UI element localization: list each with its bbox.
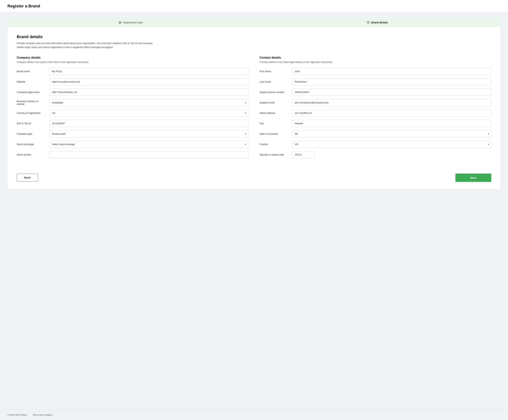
support-email-row: Support email <box>260 99 491 106</box>
company-type-select-wrapper: Private profit Public Non-profit ▼ <box>50 130 248 137</box>
step-brand-details[interactable]: Brand details <box>254 18 501 27</box>
country-registration-label: Country of registration <box>17 112 46 114</box>
form-actions: Back Next <box>17 169 491 182</box>
last-name-row: Last name <box>260 78 491 85</box>
company-type-label: Company type <box>17 132 46 135</box>
country-row: Country US CA ▼ <box>260 141 491 148</box>
brand-name-label: Brand name <box>17 70 46 73</box>
business-industry-select[interactable]: Hospitality Technology Healthcare <box>50 99 248 106</box>
page-header: Register a Brand <box>0 0 508 13</box>
ein-tax-id-label: EIN or Tax ID <box>17 122 46 125</box>
zipcode-input[interactable] <box>292 151 315 158</box>
page-footer: © 2018-2022 Wavix Terms and condition <box>0 410 508 420</box>
company-type-row: Company type Private profit Public Non-p… <box>17 130 248 137</box>
street-address-label: Street address <box>260 112 289 114</box>
stock-exchange-row: Stock exchange Select stock exhange NYSE… <box>17 141 248 148</box>
city-row: City <box>260 120 491 127</box>
website-label: Website <box>17 80 46 83</box>
step-registration-type[interactable]: Registration type <box>7 18 254 27</box>
contact-details-title: Contact details <box>260 56 491 59</box>
country-registration-select-wrapper: US CA ▼ <box>50 110 248 117</box>
contact-details-subtitle: Provided address must match legal addres… <box>260 61 491 63</box>
stock-exchange-select-wrapper: Select stock exhange NYSE NASDAQ ▼ <box>50 141 248 148</box>
support-email-input[interactable] <box>292 99 491 106</box>
state-province-label: State or province <box>260 132 289 135</box>
company-type-select[interactable]: Private profit Public Non-profit <box>50 130 248 137</box>
company-legal-name-row: Company legal name <box>17 89 248 96</box>
first-name-label: First name <box>260 70 289 73</box>
page-title: Register a Brand <box>7 4 501 8</box>
copyright-text: © 2018-2022 Wavix <box>7 414 27 416</box>
step1-label: Registration type <box>123 21 143 24</box>
website-input[interactable] <box>50 78 248 85</box>
brand-name-input[interactable] <box>50 68 248 75</box>
contact-details-column: Contact details Provided address must ma… <box>260 56 491 162</box>
stock-symbol-row: Stock symbol <box>17 151 248 158</box>
company-legal-name-input[interactable] <box>50 89 248 96</box>
ein-tax-id-row: EIN or Tax ID <box>17 120 248 127</box>
first-name-input[interactable] <box>292 68 491 75</box>
stock-symbol-label: Stock symbol <box>17 153 46 156</box>
state-province-row: State or province DE NY CA ▼ <box>260 130 491 137</box>
company-legal-name-label: Company legal name <box>17 91 46 94</box>
state-province-select-wrapper: DE NY CA ▼ <box>292 130 491 137</box>
list-icon <box>367 21 370 24</box>
support-email-label: Support email <box>260 101 289 104</box>
city-label: City <box>260 122 289 125</box>
ein-tax-id-input[interactable] <box>50 120 248 127</box>
stepper: Registration type Brand details <box>7 18 501 27</box>
svg-point-4 <box>120 22 121 23</box>
last-name-input[interactable] <box>292 78 491 85</box>
terms-link[interactable]: Terms and condition <box>33 414 52 416</box>
brand-name-row: Brand name <box>17 68 248 75</box>
business-industry-row: Business industry or vertical Hospitalit… <box>17 99 248 106</box>
back-button[interactable]: Back <box>17 174 38 181</box>
support-phone-input[interactable] <box>292 89 491 96</box>
svg-point-5 <box>119 23 120 24</box>
zipcode-label: Zipcode or postal code <box>260 153 289 156</box>
form-columns: Company details Company details must exa… <box>17 56 491 162</box>
stock-symbol-input[interactable] <box>50 151 248 158</box>
first-name-row: First name <box>260 68 491 75</box>
business-industry-select-wrapper: Hospitality Technology Healthcare ▼ <box>50 99 248 106</box>
sliders-icon <box>119 21 122 24</box>
step2-label: Brand details <box>371 21 388 24</box>
country-registration-row: Country of registration US CA ▼ <box>17 110 248 117</box>
main-content: Registration type Brand details Brand de… <box>0 13 508 410</box>
form-section-title: Brand details <box>17 34 491 39</box>
state-province-select[interactable]: DE NY CA <box>292 130 491 137</box>
form-description: Provide complete and accurate informatio… <box>17 41 158 49</box>
support-phone-label: Support phone number <box>260 91 289 94</box>
zipcode-row: Zipcode or postal code <box>260 151 491 158</box>
city-input[interactable] <box>292 120 491 127</box>
company-details-subtitle: Company details must exactly match those… <box>17 61 248 63</box>
country-select-wrapper: US CA ▼ <box>292 141 491 148</box>
support-phone-row: Support phone number <box>260 89 491 96</box>
business-industry-label: Business industry or vertical <box>17 100 46 105</box>
street-address-input[interactable] <box>292 110 491 117</box>
company-details-title: Company details <box>17 56 248 59</box>
stock-exchange-label: Stock exchange <box>17 143 46 146</box>
street-address-row: Street address <box>260 110 491 117</box>
form-card: Brand details Provide complete and accur… <box>7 27 501 189</box>
stock-exchange-select[interactable]: Select stock exhange NYSE NASDAQ <box>50 141 248 148</box>
svg-point-3 <box>119 21 120 22</box>
website-row: Website <box>17 78 248 85</box>
country-label: Country <box>260 143 289 146</box>
country-select[interactable]: US CA <box>292 141 491 148</box>
company-details-column: Company details Company details must exa… <box>17 56 248 162</box>
next-button[interactable]: Next <box>455 173 491 182</box>
country-registration-select[interactable]: US CA <box>50 110 248 117</box>
last-name-label: Last name <box>260 80 289 83</box>
